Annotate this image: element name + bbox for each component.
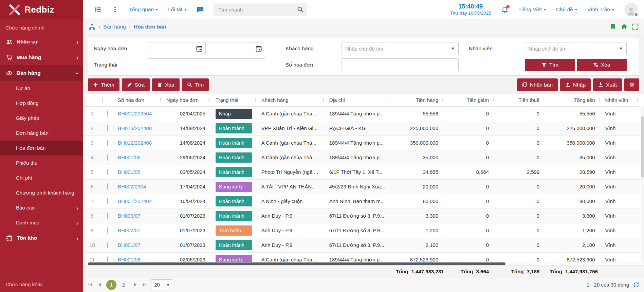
prev-page-icon[interactable]	[97, 282, 102, 287]
row-checkbox[interactable]	[107, 169, 108, 175]
row-checkbox[interactable]	[107, 198, 108, 204]
toolbar-xoa-button[interactable]: Xóa	[152, 78, 180, 91]
sidebar-item-nhan-su[interactable]: Nhân sự›	[0, 34, 83, 50]
row-checkbox[interactable]	[107, 213, 108, 219]
home-icon[interactable]	[621, 23, 627, 30]
toolbar-nhap-button[interactable]: Nhập	[560, 78, 591, 91]
toolbar-nhan-ban-button[interactable]: Nhân bản	[517, 78, 558, 91]
row-checkbox[interactable]	[107, 242, 108, 248]
column-grip-icon[interactable]	[323, 97, 325, 104]
column-header-9[interactable]: Tiền thuế	[496, 94, 546, 106]
first-page-icon[interactable]	[88, 282, 93, 287]
last-page-icon[interactable]	[142, 282, 147, 287]
row-checkbox[interactable]	[107, 183, 108, 190]
select-all-checkbox[interactable]	[103, 97, 103, 103]
column-header-2[interactable]: Số hóa đơn	[114, 94, 163, 106]
column-grip-icon[interactable]	[442, 97, 444, 104]
invoice-link[interactable]: BH002/07	[118, 227, 141, 233]
column-header-11[interactable]: Nhân viên	[602, 94, 640, 106]
sidebar-item-hop-ong[interactable]: Hợp đồng	[0, 96, 83, 111]
invoice-link[interactable]: BH001/05	[118, 169, 141, 175]
page-button-2[interactable]: 2	[118, 280, 129, 290]
column-grip-icon[interactable]	[492, 97, 494, 104]
nav-overview[interactable]: Tổng quan▾	[129, 6, 158, 13]
sidebar-item-giay-phep[interactable]: Giấy phép	[0, 111, 83, 126]
invoice-no-input[interactable]	[342, 58, 459, 71]
row-checkbox[interactable]	[107, 227, 108, 234]
customer-combobox[interactable]: Nhập chữ để tìm▼	[342, 42, 459, 55]
search-icon[interactable]	[297, 6, 304, 13]
chat-icon[interactable]	[197, 6, 203, 13]
row-checkbox[interactable]	[107, 125, 108, 131]
sidebar-item-ton-kho[interactable]: Tồn kho›	[0, 230, 83, 246]
nav-shortcuts[interactable]: Lối tắt▾	[168, 6, 186, 13]
column-grip-icon[interactable]	[255, 97, 257, 104]
calendar-icon[interactable]	[196, 45, 203, 53]
bookmark-icon[interactable]	[610, 23, 616, 30]
calendar-icon[interactable]	[255, 45, 262, 53]
filter-find-button[interactable]: Tìm	[525, 59, 575, 71]
row-checkbox[interactable]	[107, 140, 108, 146]
vertical-scrollbar-thumb[interactable]	[641, 116, 644, 178]
invoice-link[interactable]: BH001/07	[118, 242, 141, 248]
kebab-menu-icon[interactable]	[112, 6, 118, 13]
sidebar-item-phieu-thu[interactable]: Phiếu thu	[0, 156, 83, 170]
next-page-icon[interactable]	[133, 282, 138, 287]
column-header-8[interactable]: Tiền giảm	[445, 94, 496, 106]
column-header-7[interactable]: Tiền hàng	[392, 94, 445, 106]
column-grip-icon[interactable]	[599, 97, 601, 104]
column-grip-icon[interactable]	[637, 97, 639, 104]
column-header-3[interactable]: Ngày hóa đơn	[163, 94, 212, 106]
page-button-1[interactable]: 1	[106, 280, 116, 290]
column-header-4[interactable]: Trạng thái	[212, 94, 258, 106]
column-header-10[interactable]: Tổng tiền	[546, 94, 602, 106]
sidebar-item-hoa-on-ban[interactable]: Hóa đơn bán	[0, 141, 83, 156]
language-menu[interactable]: Tiếng Việt▾	[518, 6, 546, 13]
toolbar-sua-button[interactable]: Sửa	[122, 78, 150, 91]
toolbar-xuat-button[interactable]: Xuất	[593, 78, 622, 91]
sidebar-item-chuong-trinh-khach-hang[interactable]: Chương trình khách hàng	[0, 185, 83, 200]
horizontal-scrollbar-thumb[interactable]	[88, 262, 505, 265]
invoice-link[interactable]: BH003/07	[118, 213, 141, 219]
refresh-icon[interactable]	[633, 282, 639, 288]
invoice-link[interactable]: BH001/06	[118, 257, 141, 262]
sidebar-item-danh-muc[interactable]: Danh mục›	[0, 215, 83, 230]
sidebar-item-ban-hang[interactable]: Bán hàng›	[0, 65, 83, 81]
avatar[interactable]	[624, 3, 638, 16]
employee-combobox[interactable]: Nhập chữ để tìm▼	[525, 42, 627, 55]
sidebar-item-mua-hang[interactable]: Mua hàng›	[0, 50, 83, 65]
invoice-link[interactable]: BH001/202504	[118, 111, 152, 116]
invoice-link[interactable]: BH001/06	[118, 154, 141, 160]
sidebar-item--on-hang-ban[interactable]: Đơn hàng bán	[0, 126, 83, 141]
row-checkbox[interactable]	[107, 154, 108, 161]
invoice-link[interactable]: BH013/202408	[118, 125, 152, 131]
row-checkbox[interactable]	[107, 256, 108, 262]
toolbar-settings-button[interactable]	[624, 78, 639, 91]
sidebar-toggle-icon[interactable]	[95, 6, 102, 13]
column-grip-icon[interactable]	[209, 97, 211, 104]
status-input[interactable]	[148, 58, 265, 71]
filter-clear-button[interactable]: Xóa	[577, 59, 627, 71]
sidebar-item-du-an[interactable]: Dự án	[0, 81, 83, 96]
page-size-select[interactable]: 20▾	[151, 279, 172, 290]
sidebar-item-chi-phi[interactable]: Chi phí	[0, 170, 83, 185]
column-header-6[interactable]: Địa chỉ	[326, 94, 392, 106]
column-header-5[interactable]: Khách hàng	[258, 94, 326, 106]
column-grip-icon[interactable]	[389, 97, 391, 104]
column-grip-icon[interactable]	[160, 97, 162, 104]
column-grip-icon[interactable]	[543, 97, 545, 104]
toolbar-tim-button[interactable]: Tìm	[182, 78, 209, 91]
row-checkbox[interactable]	[107, 110, 108, 117]
notifications-bell-icon[interactable]	[501, 6, 508, 13]
sitemap-icon[interactable]	[89, 23, 95, 30]
toolbar-them-button[interactable]: Thêm	[88, 78, 119, 91]
breadcrumb-sales[interactable]: Bán hàng	[103, 24, 126, 30]
user-menu[interactable]: Vĩnh Trần▾	[587, 6, 614, 13]
invoice-link[interactable]: BH001/202404	[118, 198, 152, 204]
invoice-link[interactable]: BH012/202408	[118, 140, 152, 146]
invoice-link[interactable]: BH002/2304	[118, 184, 146, 189]
theme-menu[interactable]: Chủ đề▾	[556, 6, 577, 13]
fullscreen-icon[interactable]	[632, 23, 639, 30]
quick-search-input[interactable]	[218, 7, 297, 13]
sidebar-item-bao-cao[interactable]: Báo cáo›	[0, 200, 83, 215]
